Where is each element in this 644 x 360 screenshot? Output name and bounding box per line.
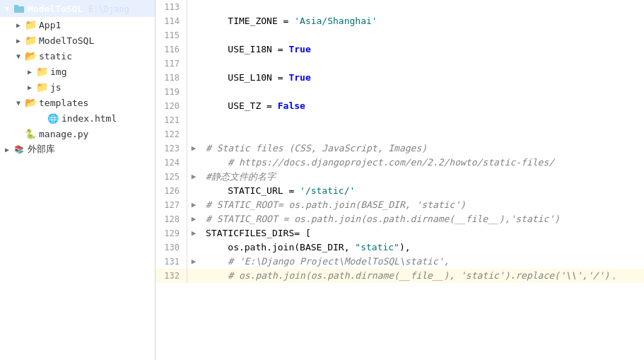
code-area: 113 114 TIME_ZONE = 'Asia/Shanghai' 115 … [156, 0, 644, 283]
manage-label: manage.py [39, 129, 88, 139]
ext-arrow [1, 146, 13, 153]
code-line-118: 118 USE_L10N = True [156, 71, 644, 85]
code-line-117: 117 [156, 57, 644, 71]
code-line-122: 122 [156, 127, 644, 141]
root-arrow [1, 5, 13, 13]
modeltosql-label: ModelToSQL [39, 35, 94, 46]
root-project-item[interactable]: ModelToSQL E:\Djang [0, 0, 155, 17]
templates-arrow [13, 99, 24, 107]
static-label: static [39, 51, 72, 62]
sidebar-item-img[interactable]: 📁 img [0, 64, 155, 79]
sidebar-item-external-libs[interactable]: 📚 外部库 [0, 141, 155, 157]
app1-label: App1 [39, 20, 61, 30]
static-arrow [13, 52, 24, 60]
file-tree[interactable]: ModelToSQL E:\Djang 📁 App1 📁 ModelToSQL … [0, 0, 156, 360]
sidebar-item-index-html[interactable]: 🌐 index.html [0, 110, 155, 126]
modeltosql-arrow [13, 37, 24, 45]
code-line-130: 130 os.path.join(BASE_DIR, "static"), [156, 240, 644, 255]
svg-rect-1 [14, 5, 18, 7]
ext-label: 外部库 [28, 143, 55, 156]
js-label: js [50, 82, 62, 93]
code-line-123: 123 ▶ # Static files (CSS, JavaScript, I… [156, 141, 644, 156]
code-line-128: 128 ▶ # STATIC_ROOT = os.path.join(os.pa… [156, 212, 644, 226]
app1-folder-icon: 📁 [24, 20, 37, 30]
sidebar-item-templates[interactable]: 📂 templates [0, 95, 155, 110]
img-folder-icon: 📁 [35, 66, 48, 76]
static-folder-icon: 📂 [24, 51, 37, 61]
code-line-116: 116 USE_I18N = True [156, 42, 644, 57]
code-line-120: 120 USE_TZ = False [156, 99, 644, 113]
sidebar-item-js[interactable]: 📁 js [0, 79, 155, 95]
sidebar-item-app1[interactable]: 📁 App1 [0, 17, 155, 33]
templates-folder-icon: 📂 [24, 98, 37, 108]
code-line-114: 114 TIME_ZONE = 'Asia/Shanghai' [156, 14, 644, 28]
js-folder-icon: 📁 [35, 82, 48, 92]
html-file-icon: 🌐 [47, 113, 59, 123]
code-line-126: 126 STATIC_URL = '/static/' [156, 184, 644, 198]
js-arrow [24, 83, 35, 91]
py-file-icon: 🐍 [24, 129, 37, 139]
code-editor[interactable]: 113 114 TIME_ZONE = 'Asia/Shanghai' 115 … [156, 0, 644, 360]
root-label: ModelToSQL E:\Djang [28, 4, 129, 14]
sidebar-item-manage-py[interactable]: 🐍 manage.py [0, 126, 155, 141]
code-line-124: 124 # https://docs.djangoproject.com/en/… [156, 156, 644, 170]
app1-arrow [13, 21, 24, 29]
svg-rect-0 [14, 6, 24, 13]
code-line-129: 129 ▶ STATICFILES_DIRS= [ [156, 226, 644, 240]
modeltosql-folder-icon: 📁 [24, 35, 37, 45]
img-arrow [24, 68, 35, 76]
code-line-125: 125 ▶ #静态文件的名字 [156, 170, 644, 184]
index-label: index.html [62, 113, 117, 124]
code-line-113: 113 [156, 0, 644, 14]
code-line-121: 121 [156, 113, 644, 127]
sidebar-item-modeltosql[interactable]: 📁 ModelToSQL [0, 33, 155, 48]
code-line-127: 127 ▶ # STATIC_ROOT= os.path.join(BASE_D… [156, 198, 644, 212]
sidebar-item-static[interactable]: 📂 static [0, 48, 155, 64]
code-line-115: 115 [156, 28, 644, 42]
code-line-119: 119 [156, 85, 644, 99]
root-folder-icon [13, 4, 25, 13]
code-line-132: 132 # os.path.join(os.path.dirname(__fil… [156, 269, 644, 283]
img-label: img [50, 66, 66, 77]
code-line-131: 131 ▶ # 'E:\Django Project\ModelToSQL\st… [156, 255, 644, 269]
templates-label: templates [39, 98, 88, 108]
ext-icon: 📚 [13, 144, 25, 154]
